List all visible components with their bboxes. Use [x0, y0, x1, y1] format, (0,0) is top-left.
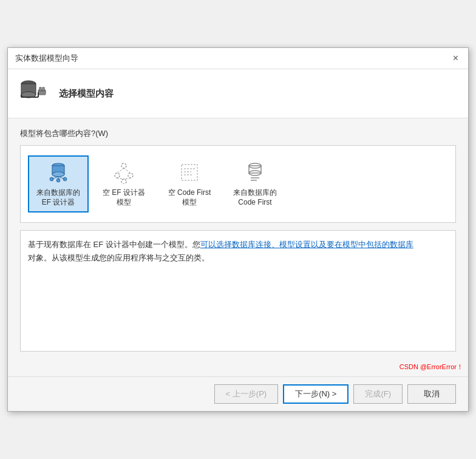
description-part2: 对象。从该模型生成您的应用程序将与之交互的类。	[28, 253, 209, 262]
body-section: 模型将包含哪些内容?(W)	[8, 118, 468, 361]
footer: < 上一步(P) 下一步(N) > 完成(F) 取消	[8, 376, 468, 411]
dialog-title: 实体数据模型向导	[15, 53, 78, 64]
next-button[interactable]: 下一步(N) >	[283, 384, 348, 404]
header-section: 选择模型内容	[8, 69, 468, 118]
option-empty-code-first[interactable]: 空 Code First模型	[159, 155, 220, 212]
option-empty-code-first-label: 空 Code First模型	[168, 188, 211, 207]
option-ef-from-db[interactable]: 来自数据库的EF 设计器	[28, 155, 89, 212]
svg-rect-4	[39, 87, 41, 91]
code-first-from-db-icon	[243, 160, 267, 185]
main-dialog: 实体数据模型向导 × 选择模型内容 模型将包含哪些内容?(W)	[7, 47, 469, 411]
svg-point-20	[128, 173, 133, 178]
svg-line-22	[117, 168, 124, 173]
option-code-first-from-db[interactable]: 来自数据库的Code First	[225, 155, 285, 212]
svg-rect-31	[249, 166, 261, 173]
header-title: 选择模型内容	[59, 88, 114, 100]
description-link[interactable]: 可以选择数据库连接、模型设置以及要在模型中包括的数据库	[200, 240, 413, 249]
option-empty-ef-label: 空 EF 设计器模型	[103, 188, 145, 207]
svg-point-18	[121, 163, 126, 168]
watermark: CSDN @ErrorError！	[8, 361, 468, 374]
svg-point-21	[121, 179, 126, 184]
section-label: 模型将包含哪些内容?(W)	[20, 128, 456, 139]
back-button[interactable]: < 上一步(P)	[214, 384, 279, 404]
empty-ef-icon	[112, 160, 136, 185]
svg-point-11	[52, 172, 64, 177]
svg-point-19	[115, 173, 120, 178]
description-part1: 基于现有数据库在 EF 设计器中创建一个模型。您	[28, 240, 200, 249]
option-ef-from-db-label: 来自数据库的EF 设计器	[36, 188, 80, 207]
svg-rect-5	[42, 87, 44, 91]
svg-line-23	[124, 168, 131, 173]
empty-code-first-icon	[177, 160, 202, 185]
header-icon	[20, 79, 49, 108]
ef-from-db-icon	[46, 160, 70, 185]
title-bar: 实体数据模型向导 ×	[8, 48, 468, 69]
options-box: 来自数据库的EF 设计器	[20, 145, 456, 222]
svg-rect-26	[182, 165, 197, 180]
close-button[interactable]: ×	[450, 53, 461, 63]
option-code-first-from-db-label: 来自数据库的Code First	[233, 188, 277, 207]
option-empty-ef[interactable]: 空 EF 设计器模型	[93, 155, 154, 212]
cancel-button[interactable]: 取消	[407, 384, 456, 404]
svg-line-25	[124, 178, 131, 179]
description-box: 基于现有数据库在 EF 设计器中创建一个模型。您可以选择数据库连接、模型设置以及…	[20, 230, 456, 352]
finish-button[interactable]: 完成(F)	[353, 384, 403, 404]
